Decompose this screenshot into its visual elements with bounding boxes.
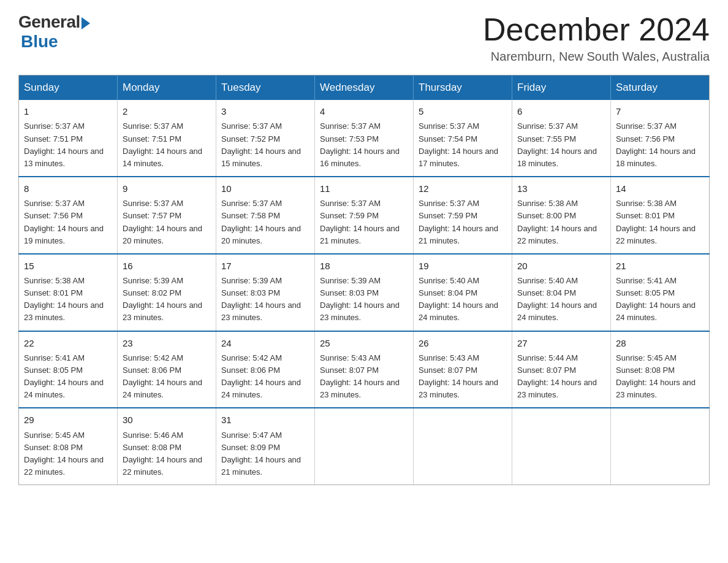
day-number: 31 bbox=[221, 413, 309, 427]
calendar-cell: 16Sunrise: 5:39 AMSunset: 8:02 PMDayligh… bbox=[118, 254, 216, 331]
calendar-cell: 12Sunrise: 5:37 AMSunset: 7:59 PMDayligh… bbox=[414, 177, 512, 254]
day-number: 18 bbox=[320, 259, 408, 273]
calendar-cell: 23Sunrise: 5:42 AMSunset: 8:06 PMDayligh… bbox=[118, 331, 216, 408]
header-thursday: Thursday bbox=[414, 75, 512, 101]
calendar-cell: 17Sunrise: 5:39 AMSunset: 8:03 PMDayligh… bbox=[216, 254, 315, 331]
header-saturday: Saturday bbox=[611, 75, 710, 101]
calendar-cell: 2Sunrise: 5:37 AMSunset: 7:51 PMDaylight… bbox=[118, 100, 216, 177]
calendar-table: Sunday Monday Tuesday Wednesday Thursday… bbox=[18, 75, 710, 485]
day-info: Sunrise: 5:45 AMSunset: 8:08 PMDaylight:… bbox=[24, 431, 104, 477]
header-sunday: Sunday bbox=[19, 75, 118, 101]
day-number: 9 bbox=[123, 182, 211, 196]
calendar-cell: 5Sunrise: 5:37 AMSunset: 7:54 PMDaylight… bbox=[414, 100, 512, 177]
calendar-cell bbox=[414, 408, 512, 484]
calendar-cell: 27Sunrise: 5:44 AMSunset: 8:07 PMDayligh… bbox=[512, 331, 611, 408]
day-number: 14 bbox=[616, 182, 704, 196]
day-info: Sunrise: 5:39 AMSunset: 8:03 PMDaylight:… bbox=[221, 276, 301, 322]
day-number: 12 bbox=[419, 182, 507, 196]
calendar-cell: 14Sunrise: 5:38 AMSunset: 8:01 PMDayligh… bbox=[611, 177, 710, 254]
calendar-cell: 1Sunrise: 5:37 AMSunset: 7:51 PMDaylight… bbox=[19, 100, 118, 177]
day-number: 23 bbox=[123, 336, 211, 350]
calendar-cell: 28Sunrise: 5:45 AMSunset: 8:08 PMDayligh… bbox=[611, 331, 710, 408]
day-info: Sunrise: 5:37 AMSunset: 7:58 PMDaylight:… bbox=[221, 199, 301, 245]
day-number: 28 bbox=[616, 336, 704, 350]
calendar-cell: 31Sunrise: 5:47 AMSunset: 8:09 PMDayligh… bbox=[216, 408, 315, 484]
calendar-cell bbox=[512, 408, 611, 484]
day-info: Sunrise: 5:38 AMSunset: 8:01 PMDaylight:… bbox=[616, 199, 696, 245]
day-number: 29 bbox=[24, 413, 112, 427]
day-number: 17 bbox=[221, 259, 309, 273]
month-title: December 2024 bbox=[483, 12, 710, 47]
calendar-week-row: 22Sunrise: 5:41 AMSunset: 8:05 PMDayligh… bbox=[19, 331, 710, 408]
day-info: Sunrise: 5:41 AMSunset: 8:05 PMDaylight:… bbox=[616, 276, 696, 322]
day-number: 11 bbox=[320, 182, 408, 196]
day-info: Sunrise: 5:38 AMSunset: 8:01 PMDaylight:… bbox=[24, 276, 104, 322]
day-number: 30 bbox=[123, 413, 211, 427]
day-info: Sunrise: 5:44 AMSunset: 8:07 PMDaylight:… bbox=[517, 353, 597, 399]
calendar-cell: 11Sunrise: 5:37 AMSunset: 7:59 PMDayligh… bbox=[315, 177, 414, 254]
day-info: Sunrise: 5:37 AMSunset: 7:59 PMDaylight:… bbox=[320, 199, 400, 245]
day-number: 15 bbox=[24, 259, 112, 273]
title-area: December 2024 Naremburn, New South Wales… bbox=[483, 12, 710, 64]
day-number: 19 bbox=[419, 259, 507, 273]
calendar-cell: 4Sunrise: 5:37 AMSunset: 7:53 PMDaylight… bbox=[315, 100, 414, 177]
calendar-cell: 6Sunrise: 5:37 AMSunset: 7:55 PMDaylight… bbox=[512, 100, 611, 177]
calendar-cell bbox=[611, 408, 710, 484]
calendar-cell: 8Sunrise: 5:37 AMSunset: 7:56 PMDaylight… bbox=[19, 177, 118, 254]
day-number: 7 bbox=[616, 104, 704, 118]
calendar-cell: 20Sunrise: 5:40 AMSunset: 8:04 PMDayligh… bbox=[512, 254, 611, 331]
day-info: Sunrise: 5:37 AMSunset: 7:51 PMDaylight:… bbox=[123, 121, 202, 167]
day-info: Sunrise: 5:46 AMSunset: 8:08 PMDaylight:… bbox=[123, 431, 202, 477]
day-info: Sunrise: 5:40 AMSunset: 8:04 PMDaylight:… bbox=[419, 276, 498, 322]
calendar-cell: 10Sunrise: 5:37 AMSunset: 7:58 PMDayligh… bbox=[216, 177, 315, 254]
day-number: 6 bbox=[517, 104, 605, 118]
day-info: Sunrise: 5:47 AMSunset: 8:09 PMDaylight:… bbox=[221, 431, 301, 477]
day-number: 2 bbox=[123, 104, 211, 118]
day-number: 25 bbox=[320, 336, 408, 350]
day-number: 20 bbox=[517, 259, 605, 273]
calendar-cell: 29Sunrise: 5:45 AMSunset: 8:08 PMDayligh… bbox=[19, 408, 118, 484]
calendar-cell: 9Sunrise: 5:37 AMSunset: 7:57 PMDaylight… bbox=[118, 177, 216, 254]
day-info: Sunrise: 5:42 AMSunset: 8:06 PMDaylight:… bbox=[123, 353, 202, 399]
day-number: 16 bbox=[123, 259, 211, 273]
day-info: Sunrise: 5:43 AMSunset: 8:07 PMDaylight:… bbox=[320, 353, 400, 399]
day-info: Sunrise: 5:37 AMSunset: 7:54 PMDaylight:… bbox=[419, 121, 498, 167]
logo-general-text: General bbox=[18, 12, 80, 32]
calendar-cell: 19Sunrise: 5:40 AMSunset: 8:04 PMDayligh… bbox=[414, 254, 512, 331]
day-info: Sunrise: 5:37 AMSunset: 7:59 PMDaylight:… bbox=[419, 199, 498, 245]
day-info: Sunrise: 5:42 AMSunset: 8:06 PMDaylight:… bbox=[221, 353, 301, 399]
weekday-header-row: Sunday Monday Tuesday Wednesday Thursday… bbox=[19, 75, 710, 101]
calendar-cell: 3Sunrise: 5:37 AMSunset: 7:52 PMDaylight… bbox=[216, 100, 315, 177]
calendar-cell: 13Sunrise: 5:38 AMSunset: 8:00 PMDayligh… bbox=[512, 177, 611, 254]
calendar-week-row: 15Sunrise: 5:38 AMSunset: 8:01 PMDayligh… bbox=[19, 254, 710, 331]
day-number: 5 bbox=[419, 104, 507, 118]
calendar-cell: 7Sunrise: 5:37 AMSunset: 7:56 PMDaylight… bbox=[611, 100, 710, 177]
day-info: Sunrise: 5:37 AMSunset: 7:56 PMDaylight:… bbox=[24, 199, 104, 245]
day-number: 10 bbox=[221, 182, 309, 196]
calendar-cell: 30Sunrise: 5:46 AMSunset: 8:08 PMDayligh… bbox=[118, 408, 216, 484]
day-info: Sunrise: 5:37 AMSunset: 7:57 PMDaylight:… bbox=[123, 199, 202, 245]
calendar-cell: 25Sunrise: 5:43 AMSunset: 8:07 PMDayligh… bbox=[315, 331, 414, 408]
day-info: Sunrise: 5:37 AMSunset: 7:53 PMDaylight:… bbox=[320, 121, 400, 167]
day-number: 3 bbox=[221, 104, 309, 118]
calendar-cell bbox=[315, 408, 414, 484]
day-number: 13 bbox=[517, 182, 605, 196]
day-info: Sunrise: 5:40 AMSunset: 8:04 PMDaylight:… bbox=[517, 276, 597, 322]
calendar-week-row: 8Sunrise: 5:37 AMSunset: 7:56 PMDaylight… bbox=[19, 177, 710, 254]
location-subtitle: Naremburn, New South Wales, Australia bbox=[483, 50, 710, 64]
day-info: Sunrise: 5:38 AMSunset: 8:00 PMDaylight:… bbox=[517, 199, 597, 245]
day-info: Sunrise: 5:41 AMSunset: 8:05 PMDaylight:… bbox=[24, 353, 104, 399]
day-info: Sunrise: 5:37 AMSunset: 7:52 PMDaylight:… bbox=[221, 121, 301, 167]
header-tuesday: Tuesday bbox=[216, 75, 315, 101]
day-number: 24 bbox=[221, 336, 309, 350]
day-info: Sunrise: 5:37 AMSunset: 7:51 PMDaylight:… bbox=[24, 121, 104, 167]
header-wednesday: Wednesday bbox=[315, 75, 414, 101]
day-number: 22 bbox=[24, 336, 112, 350]
day-number: 26 bbox=[419, 336, 507, 350]
logo-arrow-icon bbox=[82, 17, 90, 29]
day-number: 21 bbox=[616, 259, 704, 273]
day-info: Sunrise: 5:39 AMSunset: 8:03 PMDaylight:… bbox=[320, 276, 400, 322]
day-number: 8 bbox=[24, 182, 112, 196]
day-info: Sunrise: 5:37 AMSunset: 7:55 PMDaylight:… bbox=[517, 121, 597, 167]
day-number: 4 bbox=[320, 104, 408, 118]
